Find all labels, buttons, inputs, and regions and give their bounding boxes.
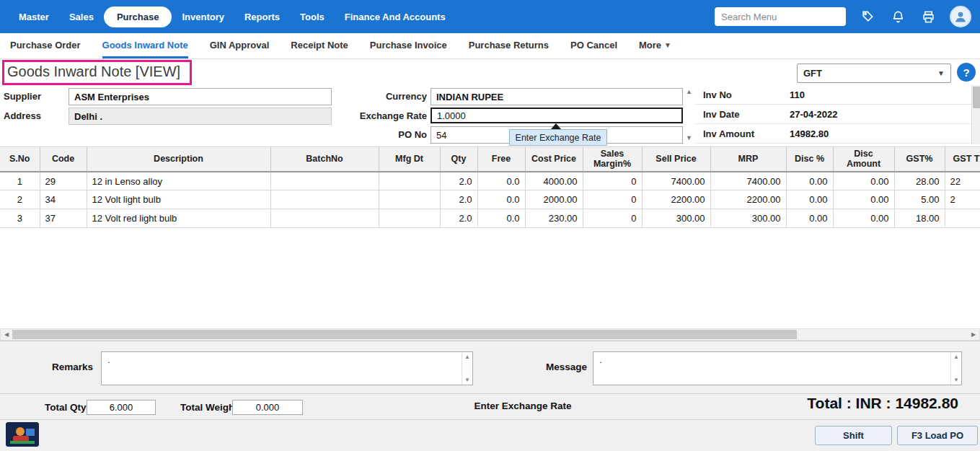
menu-purchase[interactable]: Purchase	[104, 6, 172, 27]
form-zone: Supplier Address Currency Exchange Rate …	[0, 85, 980, 146]
user-avatar[interactable]	[950, 6, 971, 27]
col-description[interactable]: Description	[87, 147, 270, 172]
tab-goods-inward-note[interactable]: Goods Inward Note	[102, 33, 188, 58]
inv-date-row: Inv Date 27-04-2022	[696, 105, 971, 124]
tab-more[interactable]: More ▼	[639, 33, 671, 58]
textarea-scrollbar[interactable]: ▲ ▼	[462, 352, 472, 385]
exchange-rate-tooltip: Enter Exchange Rate	[509, 129, 607, 146]
status-message: Enter Exchange Rate	[429, 400, 617, 411]
menu-sales[interactable]: Sales	[59, 6, 104, 28]
col-sno[interactable]: S.No	[0, 147, 40, 172]
invoice-panel-scrollbar[interactable]	[971, 85, 980, 144]
menu-finance-and-accounts[interactable]: Finance And Accounts	[335, 6, 456, 28]
divider	[0, 419, 980, 420]
col-disc-pct[interactable]: Disc %	[786, 147, 833, 172]
scrollbar-thumb[interactable]	[12, 330, 797, 339]
currency-input[interactable]	[431, 88, 683, 105]
printer-icon[interactable]	[919, 8, 937, 25]
supplier-label: Supplier	[4, 91, 41, 102]
total-qty-label: Total Qty	[45, 402, 87, 413]
divider	[0, 393, 980, 394]
col-gst-pct[interactable]: GST%	[894, 147, 945, 172]
scroll-up-icon[interactable]: ▲	[686, 88, 692, 95]
resize-grip-icon[interactable]: ▼	[464, 377, 470, 383]
supplier-input[interactable]	[69, 88, 332, 105]
scrollbar-thumb[interactable]	[973, 87, 980, 108]
message-textarea[interactable]: . ▲ ▼	[593, 351, 962, 385]
inv-no-value[interactable]: 110	[790, 89, 805, 100]
address-input[interactable]	[69, 108, 332, 125]
col-mrp[interactable]: MRP	[710, 147, 786, 172]
goods-inward-note-screen: Master Sales Purchase Inventory Reports …	[0, 0, 980, 451]
inv-no-row: Inv No 110	[696, 85, 971, 105]
menu-master[interactable]: Master	[9, 6, 59, 28]
resize-grip-icon[interactable]: ▼	[953, 377, 959, 383]
f3-load-po-button[interactable]: F3 Load PO	[897, 426, 978, 445]
col-free[interactable]: Free	[477, 147, 525, 172]
col-sales-margin[interactable]: Sales Margin%	[583, 147, 642, 172]
table-row[interactable]: 234 12 Volt light bulb 2.0 0.02000.00 02…	[0, 191, 980, 209]
scroll-left-icon[interactable]: ◀	[1, 329, 12, 340]
shift-button[interactable]: Shift	[815, 426, 892, 445]
address-label: Address	[4, 110, 41, 121]
exchange-rate-input[interactable]	[431, 108, 683, 123]
tab-gin-approval[interactable]: GIN Approval	[210, 33, 270, 58]
scroll-up-icon[interactable]: ▲	[953, 354, 959, 360]
invoice-panel: Inv No 110 Inv Date 27-04-2022 Inv Amoun…	[696, 85, 971, 144]
table-row[interactable]: 337 12 Volt red light bulb 2.0 0.0230.00…	[0, 209, 980, 228]
col-disc-amount[interactable]: Disc Amount	[833, 147, 894, 172]
search-menu-input[interactable]	[715, 7, 846, 26]
remarks-textarea[interactable]: . ▲ ▼	[101, 351, 473, 385]
scroll-right-icon[interactable]: ▶	[968, 329, 979, 340]
col-sell-price[interactable]: Sell Price	[642, 147, 710, 172]
inv-amount-row: Inv Amount 14982.80	[696, 124, 971, 144]
location-select[interactable]: GFT ▼	[797, 64, 951, 83]
tab-purchase-invoice[interactable]: Purchase Invoice	[370, 33, 447, 58]
inv-amount-label: Inv Amount	[696, 128, 790, 139]
top-menu-bar: Master Sales Purchase Inventory Reports …	[0, 0, 980, 33]
col-qty[interactable]: Qty	[440, 147, 477, 172]
grand-total: Total : INR : 14982.80	[807, 395, 958, 412]
chevron-down-icon: ▼	[937, 69, 945, 77]
tab-purchase-order[interactable]: Purchase Order	[10, 33, 81, 58]
total-weight-value[interactable]: 0.000	[232, 400, 303, 415]
col-cost-price[interactable]: Cost Price	[525, 147, 583, 172]
inv-date-value[interactable]: 27-04-2022	[790, 109, 838, 120]
inv-date-label: Inv Date	[696, 109, 790, 120]
tag-icon[interactable]	[859, 8, 876, 25]
col-gst-t[interactable]: GST T	[945, 147, 980, 172]
textarea-scrollbar[interactable]: ▲ ▼	[950, 352, 961, 385]
col-batchno[interactable]: BatchNo	[270, 147, 379, 172]
help-button[interactable]: ?	[957, 63, 976, 82]
scroll-up-icon[interactable]: ▲	[464, 354, 470, 360]
menu-tools[interactable]: Tools	[290, 6, 335, 28]
remarks-label: Remarks	[52, 362, 93, 372]
inv-amount-value[interactable]: 14982.80	[790, 128, 829, 139]
chevron-down-icon: ▼	[664, 41, 671, 49]
menu-inventory[interactable]: Inventory	[172, 6, 234, 28]
purchase-subnav: Purchase Order Goods Inward Note GIN App…	[0, 33, 980, 59]
exchange-rate-label: Exchange Rate	[340, 110, 427, 121]
header-zone: Goods Inward Note [VIEW] GFT ▼ ?	[0, 59, 980, 85]
items-table-zone: S.No Code Description BatchNo Mfg Dt Qty…	[0, 146, 980, 229]
po-no-label: PO No	[355, 129, 427, 140]
bottom-panel: Remarks . ▲ ▼ Message . ▲ ▼ Total Qty 6.…	[0, 341, 980, 451]
total-weight-label: Total Weight	[180, 402, 238, 413]
page-title: Goods Inward Note [VIEW]	[7, 64, 180, 80]
inv-no-label: Inv No	[696, 89, 790, 100]
col-code[interactable]: Code	[40, 147, 87, 172]
menu-reports[interactable]: Reports	[234, 6, 290, 28]
tab-receipt-note[interactable]: Receipt Note	[291, 33, 348, 58]
horizontal-scrollbar[interactable]: ◀ ▶	[0, 328, 980, 341]
notifications-bell-icon[interactable]	[889, 8, 906, 25]
table-row[interactable]: 129 12 in Lenso alloy 2.0 0.04000.00 074…	[0, 172, 980, 191]
col-mfg-dt[interactable]: Mfg Dt	[379, 147, 440, 172]
total-qty-value[interactable]: 6.000	[87, 400, 156, 415]
scroll-down-icon[interactable]: ▼	[686, 134, 692, 141]
items-table: S.No Code Description BatchNo Mfg Dt Qty…	[0, 146, 980, 228]
tooltip-arrow-icon	[551, 123, 561, 129]
table-header-row: S.No Code Description BatchNo Mfg Dt Qty…	[0, 147, 980, 172]
app-logo-image	[6, 422, 39, 447]
tab-po-cancel[interactable]: PO Cancel	[570, 33, 617, 58]
tab-purchase-returns[interactable]: Purchase Returns	[469, 33, 549, 58]
